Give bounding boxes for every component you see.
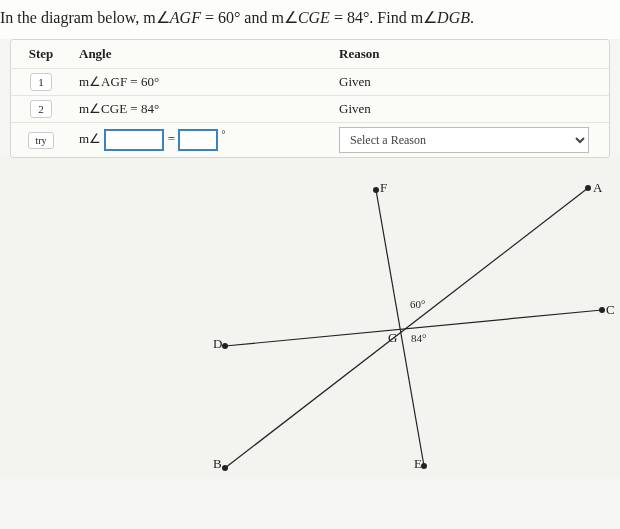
proof-table: Step Angle Reason 1 m∠AGF = 60° Given 2 … — [10, 39, 610, 158]
angle-value-input[interactable] — [178, 129, 218, 151]
point-label-c: C — [606, 302, 615, 318]
degree-symbol: ° — [221, 129, 225, 140]
angle-label-84: 84° — [411, 332, 426, 344]
angle-cell: m∠AGF = 60° — [71, 74, 331, 90]
angle-name-input[interactable] — [104, 129, 164, 151]
geometry-diagram: F A C D B E G 60° 84° — [0, 158, 620, 478]
reason-cell: Given — [331, 101, 609, 117]
point-label-e: E — [414, 456, 422, 472]
point-label-b: B — [213, 456, 222, 472]
svg-point-3 — [222, 343, 228, 349]
prompt-eq2: = 84°. Find m∠ — [330, 9, 437, 26]
prompt-eq1: = 60° and m∠ — [201, 9, 298, 26]
table-row: 2 m∠CGE = 84° Given — [11, 96, 609, 123]
point-label-f: F — [380, 180, 387, 196]
problem-prompt: In the diagram below, m∠AGF = 60° and m∠… — [0, 0, 620, 39]
point-label-g: G — [388, 330, 397, 346]
step-badge: 2 — [30, 100, 52, 118]
angle-label-60: 60° — [410, 298, 425, 310]
table-header-row: Step Angle Reason — [11, 40, 609, 69]
try-badge: try — [28, 132, 53, 149]
header-reason: Reason — [331, 46, 609, 62]
svg-line-1 — [225, 188, 588, 468]
prompt-ang1: AGF — [170, 9, 201, 26]
svg-point-7 — [373, 187, 379, 193]
svg-point-5 — [222, 465, 228, 471]
prompt-suffix: . — [470, 9, 474, 26]
table-row: 1 m∠AGF = 60° Given — [11, 69, 609, 96]
svg-point-6 — [585, 185, 591, 191]
svg-point-4 — [599, 307, 605, 313]
equals-sign: = — [168, 131, 175, 146]
header-angle: Angle — [71, 46, 331, 62]
reason-cell: Given — [331, 74, 609, 90]
reason-select[interactable]: Select a Reason — [339, 127, 589, 153]
diagram-svg — [0, 158, 620, 478]
header-step: Step — [11, 46, 71, 62]
prompt-target: DGB — [437, 9, 470, 26]
point-label-d: D — [213, 336, 222, 352]
table-row-input: try m∠ = ° Select a Reason — [11, 123, 609, 157]
m-angle-prefix: m∠ — [79, 131, 101, 146]
prompt-ang2: CGE — [298, 9, 330, 26]
angle-cell: m∠CGE = 84° — [71, 101, 331, 117]
prompt-prefix: In the diagram below, m∠ — [0, 9, 170, 26]
point-label-a: A — [593, 180, 602, 196]
step-badge: 1 — [30, 73, 52, 91]
